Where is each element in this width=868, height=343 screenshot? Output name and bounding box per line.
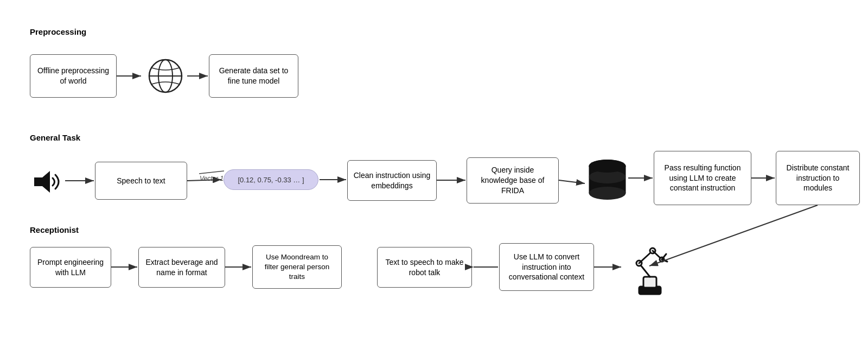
box-prompt-engineering: Prompt engineering with LLM (30, 247, 111, 288)
svg-line-25 (199, 171, 224, 174)
box-speech-to-text: Speech to text (95, 162, 187, 200)
svg-rect-10 (643, 277, 656, 288)
vector-label: Vector 1 (200, 175, 224, 182)
box-clean-instruction: Clean instruction using embeddings (347, 160, 437, 201)
svg-point-8 (589, 160, 626, 173)
database-icon (587, 156, 628, 207)
box-generate-dataset: Generate data set to fine tune model (209, 54, 298, 98)
preprocessing-label: Preprocessing (30, 27, 86, 36)
box-distribute: Distribute constant instruction to modul… (776, 151, 860, 205)
box-offline-preprocessing: Offline preprocessing of world (30, 54, 117, 98)
svg-line-28 (559, 180, 585, 183)
box-moondream: Use Moondream to filter general person t… (252, 245, 342, 289)
box-extract-beverage: Extract beverage and name in format (138, 247, 225, 288)
receptionist-label: Receptionist (30, 225, 79, 234)
box-tts: Text to speech to make robot talk (377, 247, 472, 288)
svg-marker-3 (34, 171, 50, 193)
embedding-pill: [0.12, 0.75, -0.33 … ] (224, 169, 318, 190)
globe-icon (144, 57, 187, 95)
svg-point-6 (589, 187, 626, 200)
robot-arm-icon (623, 239, 677, 300)
box-llm-convert: Use LLM to convert instruction into conv… (499, 243, 594, 291)
box-pass-function: Pass resulting function using LLM to cre… (654, 151, 751, 205)
speaker-icon (31, 168, 64, 201)
general-task-label: General Task (30, 133, 80, 142)
box-query-kb: Query inside knowledge base of FRIDA (467, 157, 559, 204)
